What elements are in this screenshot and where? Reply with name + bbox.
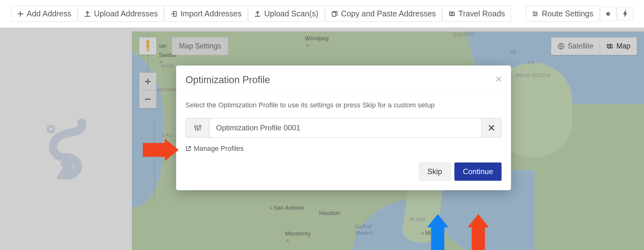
upload-addresses-label: Upload Addresses (94, 9, 158, 18)
copy-paste-button[interactable]: Copy and Paste Addresses (325, 6, 442, 22)
zoom-out-button[interactable] (139, 90, 156, 108)
route-settings-button[interactable]: Route Settings (526, 6, 599, 22)
svg-rect-0 (332, 12, 336, 16)
skip-button[interactable]: Skip (419, 162, 451, 181)
optimization-profile-modal: Optimization Profile Select the Optimiza… (176, 65, 511, 190)
clear-profile-button[interactable] (481, 118, 502, 138)
svg-text:?: ? (607, 12, 609, 15)
satellite-label: Satellite (568, 42, 593, 50)
map-city-label: San Antonio (269, 205, 304, 211)
manage-profiles-label: Manage Profiles (194, 145, 244, 153)
map-region-label: CALI (162, 132, 174, 138)
import-addresses-button[interactable]: Import Addresses (164, 6, 248, 22)
profile-icon-box (186, 118, 209, 138)
import-addresses-label: Import Addresses (180, 9, 242, 18)
lightning-button[interactable] (617, 7, 633, 21)
plus-icon (17, 11, 24, 17)
upload-scans-button[interactable]: Upload Scan(s) (248, 6, 324, 22)
upload-scans-label: Upload Scan(s) (264, 9, 318, 18)
lightning-icon (623, 10, 627, 17)
toolbar: Add Address Upload Addresses Import Addr… (0, 0, 644, 28)
svg-point-10 (146, 40, 150, 44)
map-city-fragment: ver (159, 43, 167, 49)
annotation-arrow-continue (468, 214, 489, 250)
map-label: Map (616, 42, 630, 50)
map-city-label: Monterrey (285, 230, 311, 244)
minus-icon (144, 96, 151, 103)
svg-rect-11 (146, 44, 149, 48)
add-address-label: Add Address (27, 9, 71, 18)
travel-roads-label: Travel Roads (458, 9, 505, 18)
route-settings-label: Route Settings (542, 9, 593, 18)
map-region-label: NB (509, 49, 517, 54)
modal-description: Select the Optimization Profile to use i… (186, 101, 502, 109)
svg-point-16 (197, 128, 199, 130)
close-icon (489, 125, 494, 131)
map-region-label: PE (528, 60, 535, 65)
svg-rect-13 (148, 48, 149, 52)
close-icon (496, 76, 502, 82)
svg-rect-12 (147, 48, 147, 52)
copy-icon (331, 10, 338, 17)
map-settings-label: Map Settings (179, 42, 221, 50)
external-link-icon (186, 146, 191, 151)
pegman-icon (144, 40, 152, 52)
route-logo-icon (38, 116, 91, 181)
zoom-control (139, 72, 157, 108)
map-settings-button[interactable]: Map Settings (172, 37, 228, 55)
add-address-button[interactable]: Add Address (11, 6, 77, 22)
upload-icon (84, 10, 91, 17)
map-button[interactable]: Map (600, 37, 637, 55)
annotation-arrow-input (143, 139, 179, 161)
svg-point-15 (194, 126, 196, 128)
map-region-label: QUEBEC (453, 31, 475, 37)
copy-paste-label: Copy and Paste Addresses (341, 9, 436, 18)
pegman-button[interactable] (139, 37, 157, 55)
manage-profiles-link[interactable]: Manage Profiles (186, 145, 244, 153)
svg-point-9 (49, 128, 53, 131)
modal-close-button[interactable] (496, 74, 502, 84)
map-icon (448, 10, 455, 17)
satellite-button[interactable]: Satellite (551, 37, 600, 55)
map-water-label: Gulf of Mexico (355, 224, 372, 236)
svg-point-3 (534, 15, 535, 16)
map-region-label: NOVA SCOTIA (516, 72, 551, 78)
continue-button[interactable]: Continue (454, 162, 502, 181)
upload-icon (254, 10, 261, 17)
globe-icon (558, 43, 564, 50)
zoom-in-button[interactable] (139, 73, 156, 90)
sliders-icon (194, 124, 202, 132)
modal-title: Optimization Profile (186, 74, 270, 86)
travel-roads-button[interactable]: Travel Roads (442, 6, 511, 22)
map-icon (606, 43, 613, 50)
svg-point-1 (533, 11, 534, 13)
sliders-icon (532, 10, 539, 17)
optimization-profile-input[interactable] (209, 118, 481, 138)
map-region-label: SHIN (161, 63, 174, 68)
annotation-arrow-skip (427, 214, 448, 250)
upload-addresses-button[interactable]: Upload Addresses (78, 6, 164, 22)
svg-point-2 (536, 13, 537, 14)
map-type-switch: Satellite Map (551, 37, 637, 55)
map-city-label: Houston (319, 210, 340, 217)
skip-label: Skip (427, 167, 442, 176)
plus-icon (144, 78, 151, 85)
svg-point-17 (199, 125, 201, 127)
import-icon (170, 10, 177, 17)
map-city-label: Winnipeg (305, 35, 329, 48)
map-region-label: OREGON (154, 87, 177, 92)
help-button[interactable]: ? (600, 7, 616, 21)
left-panel (0, 31, 132, 250)
continue-label: Continue (463, 167, 493, 176)
map-region-label: FLORI (410, 217, 425, 222)
question-circle-icon: ? (606, 10, 610, 18)
